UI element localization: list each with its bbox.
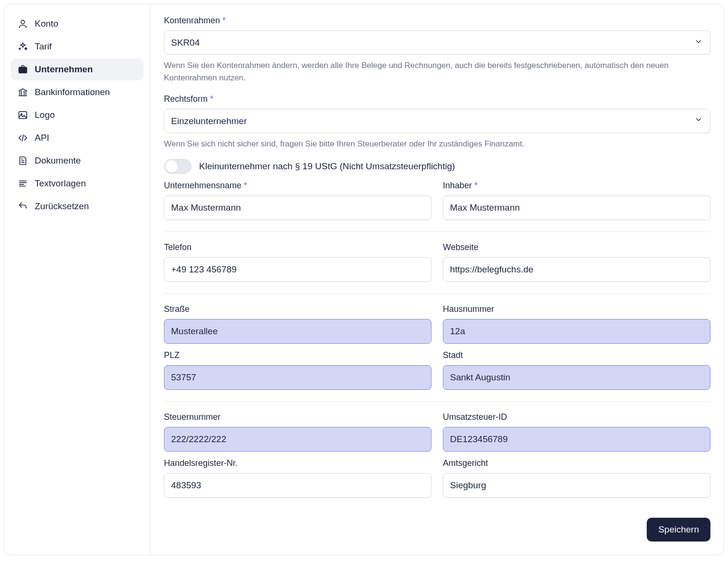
- sidebar-item-label: Dokumente: [35, 155, 81, 166]
- sidebar-item-label: Konto: [35, 19, 58, 29]
- sidebar-item-label: Unternehmen: [35, 64, 93, 75]
- bank-icon: [18, 87, 28, 97]
- amtsgericht-label: Amtsgericht: [443, 458, 710, 468]
- sidebar-item-label: Textvorlagen: [35, 178, 86, 189]
- kleinunternehmer-toggle[interactable]: [164, 159, 192, 174]
- svg-point-3: [21, 114, 22, 115]
- amtsgericht-input[interactable]: [443, 473, 710, 498]
- sidebar-item-tarif[interactable]: Tarif: [11, 36, 144, 58]
- inhaber-input[interactable]: [443, 195, 710, 220]
- save-button[interactable]: Speichern: [647, 518, 710, 542]
- handelsregister-label: Handelsregister-Nr.: [164, 458, 431, 468]
- steuernummer-input[interactable]: [164, 427, 431, 452]
- ustid-input[interactable]: [443, 427, 710, 452]
- sidebar-item-textvorlagen[interactable]: Textvorlagen: [11, 173, 144, 194]
- ustid-label: Umsatzsteuer-ID: [443, 412, 710, 422]
- sidebar: Konto Tarif Unternehmen Bankinformatione…: [4, 4, 151, 555]
- kontenrahmen-help: Wenn Sie den Kontenrahmen ändern, werden…: [164, 59, 710, 85]
- main-content: Kontenrahmen * SKR04 Wenn Sie den Konten…: [151, 4, 724, 555]
- kontenrahmen-label: Kontenrahmen *: [164, 16, 710, 26]
- unternehmensname-label: Unternehmensname *: [164, 181, 431, 191]
- undo-icon: [18, 201, 28, 212]
- svg-point-0: [21, 20, 24, 24]
- inhaber-label: Inhaber *: [443, 181, 710, 191]
- hausnummer-label: Hausnummer: [443, 304, 710, 314]
- hausnummer-input[interactable]: [443, 319, 710, 344]
- strasse-input[interactable]: [164, 319, 431, 344]
- kontenrahmen-select[interactable]: SKR04: [164, 30, 710, 55]
- user-icon: [18, 19, 28, 29]
- steuernummer-label: Steuernummer: [164, 412, 431, 422]
- sidebar-item-logo[interactable]: Logo: [11, 104, 144, 126]
- divider: [164, 293, 710, 294]
- sidebar-item-unternehmen[interactable]: Unternehmen: [11, 58, 144, 80]
- svg-rect-2: [19, 112, 27, 119]
- sidebar-item-zuruecksetzen[interactable]: Zurücksetzen: [11, 195, 144, 217]
- sidebar-item-label: Logo: [35, 110, 55, 120]
- handelsregister-input[interactable]: [164, 473, 431, 498]
- document-icon: [18, 155, 28, 166]
- webseite-label: Webseite: [443, 242, 710, 252]
- webseite-input[interactable]: [443, 257, 710, 282]
- telefon-label: Telefon: [164, 242, 431, 252]
- sidebar-item-konto[interactable]: Konto: [11, 13, 144, 35]
- plz-input[interactable]: [164, 365, 431, 390]
- unternehmensname-input[interactable]: [164, 195, 431, 220]
- sidebar-item-label: Tarif: [35, 41, 52, 52]
- telefon-input[interactable]: [164, 257, 431, 282]
- code-icon: [18, 133, 28, 143]
- sparkles-icon: [18, 41, 28, 52]
- stadt-input[interactable]: [443, 365, 710, 390]
- sidebar-item-dokumente[interactable]: Dokumente: [11, 150, 144, 172]
- rechtsform-select[interactable]: Einzelunternehmer: [164, 109, 710, 133]
- strasse-label: Straße: [164, 304, 431, 314]
- image-icon: [18, 110, 28, 120]
- sidebar-item-label: Bankinformationen: [35, 87, 110, 97]
- divider: [164, 232, 710, 232]
- sidebar-item-label: API: [35, 133, 49, 143]
- sidebar-item-api[interactable]: API: [11, 127, 144, 149]
- rechtsform-label: Rechtsform *: [164, 94, 710, 104]
- rechtsform-help: Wenn Sie sich nicht sicher sind, fragen …: [164, 138, 710, 150]
- plz-label: PLZ: [164, 350, 431, 360]
- stadt-label: Stadt: [443, 350, 710, 360]
- kleinunternehmer-label: Kleinunternehmer nach § 19 UStG (Nicht U…: [199, 161, 455, 172]
- text-lines-icon: [18, 178, 28, 189]
- svg-rect-1: [19, 67, 27, 73]
- sidebar-item-label: Zurücksetzen: [35, 201, 89, 212]
- divider: [164, 401, 710, 402]
- sidebar-item-bankinformationen[interactable]: Bankinformationen: [11, 81, 144, 103]
- briefcase-icon: [18, 64, 28, 75]
